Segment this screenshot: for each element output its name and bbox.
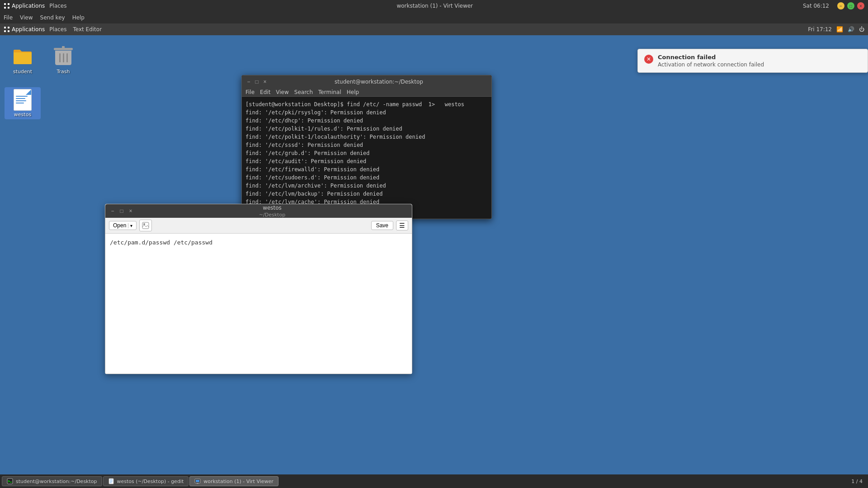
guest-network-icon: 📶: [836, 26, 843, 33]
notification-message: Activation of network connection failed: [658, 61, 861, 68]
trash-folder-icon: [52, 46, 74, 68]
editor-titlebar: − □ × westos ~/Desktop: [105, 204, 412, 218]
svg-rect-3: [8, 7, 9, 9]
save-label: Save: [376, 222, 388, 229]
host-menu-help[interactable]: Help: [72, 14, 85, 21]
student-folder-icon: [12, 46, 33, 68]
editor-menu-button[interactable]: ☰: [396, 221, 408, 230]
desktop-icon-student[interactable]: student: [5, 44, 41, 76]
host-places-menu[interactable]: Places: [49, 3, 66, 9]
guest-apps-label: Applications: [12, 26, 45, 33]
terminal-minimize-button[interactable]: −: [245, 79, 252, 85]
guest-applications-menu[interactable]: Applications: [4, 26, 45, 33]
gedit-taskbar-icon: [108, 478, 114, 484]
desktop: student Trash: [0, 35, 868, 488]
guest-nav: Places Text Editor: [49, 26, 102, 33]
terminal-title: student@workstation:~/Desktop: [270, 79, 488, 85]
taskbar-page-indicator: 1 / 4: [851, 479, 863, 484]
westos-doc-icon: [12, 89, 33, 111]
taskbar-gedit[interactable]: westos (~/Desktop) - gedit: [103, 476, 189, 486]
editor-minimize-button[interactable]: −: [109, 207, 116, 215]
svg-rect-17: [196, 480, 199, 482]
editor-subtitle: ~/Desktop: [259, 212, 285, 218]
svg-rect-1: [8, 3, 9, 5]
host-apps-label: Applications: [12, 3, 45, 9]
host-menubar: File View Send key Help: [0, 12, 868, 23]
svg-rect-2: [4, 7, 6, 9]
editor-toolbar: Open ▾ Save ☰: [105, 218, 412, 234]
editor-maximize-button[interactable]: □: [118, 207, 125, 215]
editor-title: westos: [263, 205, 282, 211]
svg-rect-18: [197, 483, 198, 484]
editor-image-button[interactable]: [139, 220, 152, 231]
open-dropdown-arrow[interactable]: ▾: [128, 223, 132, 228]
guest-right-area: Fri 17:12 📶 🔊 ⏻: [808, 26, 864, 33]
host-menu-file[interactable]: File: [4, 14, 13, 21]
host-right-area: Sat 06:12 − □ ×: [803, 2, 864, 9]
guest-datetime: Fri 17:12: [808, 26, 832, 33]
editor-content[interactable]: /etc/pam.d/passwd /etc/passwd: [105, 234, 412, 374]
virtviewer-taskbar-icon: [194, 478, 201, 484]
taskbar-gedit-label: westos (~/Desktop) - gedit: [117, 479, 184, 484]
notification-popup: ✕ Connection failed Activation of networ…: [637, 49, 868, 73]
terminal-titlebar: − □ × student@workstation:~/Desktop: [242, 75, 491, 88]
editor-save-button[interactable]: Save: [371, 221, 393, 230]
editor-open-button[interactable]: Open ▾: [109, 221, 137, 230]
host-minimize-button[interactable]: −: [837, 2, 844, 9]
host-close-button[interactable]: ×: [857, 2, 864, 9]
terminal-menu-search[interactable]: Search: [294, 89, 313, 95]
terminal-content[interactable]: [student@workstation Desktop]$ find /etc…: [242, 97, 491, 219]
host-topbar: Applications Places workstation (1) - Vi…: [0, 0, 868, 12]
guest-topbar: Applications Places Text Editor Fri 17:1…: [0, 23, 868, 35]
trash-icon-label: Trash: [57, 69, 70, 75]
terminal-menu-edit[interactable]: Edit: [260, 89, 270, 95]
open-label: Open: [113, 222, 126, 229]
terminal-menu-help[interactable]: Help: [347, 89, 359, 95]
guest-power-icon: ⏻: [859, 26, 864, 33]
host-applications-menu[interactable]: Applications: [4, 3, 45, 9]
terminal-menubar: File Edit View Search Terminal Help: [242, 88, 491, 97]
terminal-close-button[interactable]: ×: [262, 79, 268, 85]
terminal-menu-file[interactable]: File: [245, 89, 255, 95]
terminal-taskbar-icon: [7, 478, 13, 484]
guest-volume-icon: 🔊: [848, 26, 854, 33]
host-nav: Places: [49, 3, 66, 9]
editor-close-button[interactable]: ×: [127, 207, 134, 215]
svg-rect-8: [142, 222, 149, 229]
taskbar-terminal-label: student@workstation:~/Desktop: [16, 479, 97, 484]
guest-texteditor-menu[interactable]: Text Editor: [73, 26, 102, 33]
notification-error-icon: ✕: [644, 55, 653, 64]
taskbar-virtviewer[interactable]: workstation (1) - Virt Viewer: [189, 476, 278, 486]
editor-window: − □ × westos ~/Desktop Open ▾ Save ☰ /et…: [105, 204, 412, 374]
westos-icon-label: westos: [14, 112, 31, 117]
host-datetime: Sat 06:12: [803, 3, 829, 9]
notification-title: Connection failed: [658, 54, 861, 61]
terminal-menu-terminal[interactable]: Terminal: [318, 89, 341, 95]
svg-rect-6: [4, 30, 6, 32]
terminal-menu-view[interactable]: View: [276, 89, 288, 95]
taskbar-terminal[interactable]: student@workstation:~/Desktop: [2, 476, 102, 486]
desktop-icon-trash[interactable]: Trash: [45, 44, 81, 76]
notification-body: Connection failed Activation of network …: [658, 54, 861, 68]
guest-places-menu[interactable]: Places: [49, 26, 66, 33]
taskbar-virtviewer-label: workstation (1) - Virt Viewer: [203, 479, 274, 484]
taskbar-right: 1 / 4: [851, 479, 866, 484]
taskbar: student@workstation:~/Desktop westos (~/…: [0, 474, 868, 488]
svg-rect-7: [8, 30, 9, 32]
svg-rect-4: [4, 27, 6, 28]
svg-rect-5: [8, 27, 9, 28]
host-maximize-button[interactable]: □: [847, 2, 854, 9]
terminal-window: − □ × student@workstation:~/Desktop File…: [241, 75, 492, 219]
host-menu-view[interactable]: View: [20, 14, 33, 21]
svg-rect-0: [4, 3, 6, 5]
student-icon-label: student: [13, 69, 32, 75]
desktop-icon-westos[interactable]: westos: [5, 87, 41, 119]
host-window-title: workstation (1) - Virt Viewer: [66, 3, 802, 9]
host-window-controls: − □ ×: [837, 2, 864, 9]
host-menu-sendkey[interactable]: Send key: [40, 14, 65, 21]
terminal-maximize-button[interactable]: □: [254, 79, 260, 85]
